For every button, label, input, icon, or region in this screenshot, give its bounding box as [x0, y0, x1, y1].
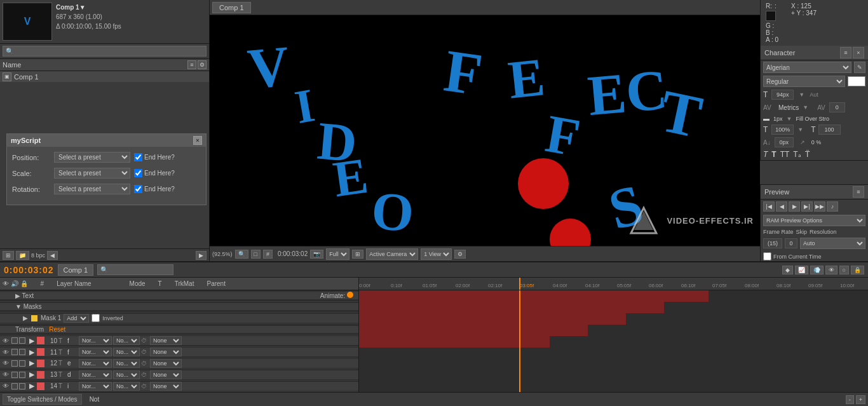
v-scale-input[interactable]: [771, 125, 794, 135]
layer-13-trkmat-select[interactable]: No...: [113, 370, 140, 379]
left-next-btn[interactable]: ▶: [196, 251, 207, 260]
tl-lock-btn[interactable]: 🔒: [851, 266, 864, 274]
layer-12-expand-icon[interactable]: ▶: [29, 359, 34, 367]
baseline-input[interactable]: [775, 137, 794, 147]
layer-11-mode-select[interactable]: Nor...: [79, 348, 112, 356]
ram-preview-btn[interactable]: ▶▶: [814, 201, 825, 212]
font-family-select[interactable]: Algerian: [763, 62, 851, 73]
tl-shy-btn[interactable]: 👁: [825, 266, 837, 274]
rotation-preset-select[interactable]: Select a preset: [54, 184, 130, 194]
layer-13-expand-icon[interactable]: ▶: [29, 370, 34, 379]
layer-10-audio-checkbox[interactable]: [11, 337, 18, 344]
italic-btn[interactable]: T: [763, 150, 768, 159]
reset-label[interactable]: Reset: [49, 326, 65, 333]
font-eyedropper-btn[interactable]: ✎: [854, 62, 865, 73]
play-btn[interactable]: ▶: [789, 201, 800, 212]
layer-12-lock-checkbox[interactable]: [19, 360, 25, 367]
layer-14-audio-checkbox[interactable]: [11, 383, 18, 389]
resolution-select[interactable]: Auto: [800, 238, 865, 249]
layer-14-parent-select[interactable]: None: [150, 382, 182, 391]
h-scale-input[interactable]: [818, 125, 841, 135]
tl-zoom-in-btn[interactable]: +: [856, 395, 865, 404]
render-options-btn[interactable]: ⚙: [454, 250, 466, 259]
layer-13-lock-checkbox[interactable]: [19, 372, 25, 378]
scale-preset-select[interactable]: Select a preset: [54, 168, 130, 179]
view-options-btn[interactable]: ⊞: [352, 250, 363, 259]
tl-zoom-out-btn[interactable]: -: [846, 395, 854, 404]
bold-btn[interactable]: T: [771, 150, 776, 159]
layer-14-lock-checkbox[interactable]: [19, 383, 25, 389]
camera-icon[interactable]: 📷: [310, 250, 323, 259]
audio-btn[interactable]: ♪: [827, 201, 838, 212]
panel-settings-btn[interactable]: ⚙: [198, 60, 207, 69]
sub-btn[interactable]: Tₐ: [793, 150, 801, 159]
layer-10-trkmat-select[interactable]: No...: [113, 336, 140, 345]
preview-menu-btn[interactable]: ≡: [853, 186, 864, 198]
layer-11-audio-checkbox[interactable]: [11, 349, 18, 355]
toggle-switches-btn[interactable]: Toggle Switches / Modes: [3, 394, 82, 405]
ram-preview-dropdown[interactable]: RAM Preview Options: [763, 215, 865, 226]
layer-10-eye-icon[interactable]: 👁: [1, 337, 10, 344]
rotation-end-here-checkbox[interactable]: [134, 185, 142, 193]
layer-11-lock-checkbox[interactable]: [19, 349, 25, 355]
sup-btn[interactable]: T̈: [805, 150, 810, 159]
timeline-search-input[interactable]: [97, 264, 173, 275]
layer-14-expand-icon[interactable]: ▶: [29, 382, 34, 390]
layer-11-eye-icon[interactable]: 👁: [1, 349, 10, 356]
left-prev-btn[interactable]: ◀: [47, 251, 58, 260]
skip-input[interactable]: [785, 238, 797, 248]
mask1-inverted-checkbox[interactable]: [92, 314, 100, 322]
timeline-comp-tab[interactable]: Comp 1: [58, 264, 94, 276]
tt-btn[interactable]: TT: [780, 150, 790, 159]
tracking-input[interactable]: [829, 102, 845, 112]
quality-dropdown[interactable]: Full: [326, 248, 349, 260]
from-current-checkbox[interactable]: [763, 252, 771, 261]
layer-13-eye-icon[interactable]: 👁: [1, 371, 10, 378]
layer-11-expand-icon[interactable]: ▶: [29, 348, 34, 356]
view-count-dropdown[interactable]: 1 View: [421, 248, 452, 260]
layer-10-mode-select[interactable]: Nor...: [79, 336, 112, 345]
new-comp-btn[interactable]: ⊞: [3, 251, 14, 260]
layer-10-expand-icon[interactable]: ▶: [29, 337, 34, 345]
prev-frame-start-btn[interactable]: |◀: [763, 201, 775, 212]
position-preset-select[interactable]: Select a preset: [54, 152, 130, 163]
layer-12-audio-checkbox[interactable]: [11, 360, 18, 367]
region-btn[interactable]: □: [251, 250, 261, 259]
layer-13-mode-select[interactable]: Nor...: [79, 370, 112, 379]
font-style-select[interactable]: Regular: [763, 76, 845, 87]
char-color-swatch[interactable]: [848, 76, 865, 86]
layer-12-trkmat-select[interactable]: No...: [113, 359, 140, 368]
panel-expand-btn[interactable]: ≡: [187, 60, 196, 69]
camera-view-dropdown[interactable]: Active Camera: [366, 248, 418, 260]
layer-12-parent-select[interactable]: None: [150, 359, 182, 368]
grid-btn[interactable]: #: [263, 250, 273, 259]
layer-10-lock-checkbox[interactable]: [19, 337, 25, 344]
comp-tab[interactable]: Comp 1: [212, 2, 251, 13]
new-folder-btn[interactable]: 📁: [16, 251, 29, 260]
layer-13-parent-select[interactable]: None: [150, 370, 182, 379]
layer-14-mode-select[interactable]: Nor...: [79, 382, 112, 391]
layer-13-audio-checkbox[interactable]: [11, 372, 18, 378]
layer-12-eye-icon[interactable]: 👁: [1, 360, 10, 367]
layer-14-eye-icon[interactable]: 👁: [1, 382, 10, 389]
layer-11-parent-select[interactable]: None: [150, 348, 182, 356]
char-close-btn[interactable]: ×: [853, 47, 864, 58]
tl-solo-btn[interactable]: ○: [839, 266, 849, 274]
prev-frame-btn[interactable]: ◀: [776, 201, 787, 212]
tl-keyframe-btn[interactable]: ◆: [782, 266, 793, 274]
font-size-input[interactable]: [771, 90, 794, 100]
dialog-close-btn[interactable]: ×: [193, 136, 202, 145]
tl-motion-blur-btn[interactable]: 💨: [810, 266, 824, 274]
layer-14-trkmat-select[interactable]: No...: [113, 382, 140, 391]
mask1-mode-select[interactable]: Add: [64, 314, 89, 323]
char-menu-btn[interactable]: ≡: [840, 47, 851, 58]
layer-12-mode-select[interactable]: Nor...: [79, 359, 112, 368]
fps-input[interactable]: [763, 238, 782, 248]
layer-10-parent-select[interactable]: None: [150, 336, 182, 345]
layer-item-comp1[interactable]: ▣ Comp 1: [0, 71, 209, 83]
scale-end-here-checkbox[interactable]: [134, 169, 142, 177]
layer-11-trkmat-select[interactable]: No...: [113, 348, 140, 356]
project-search-input[interactable]: [3, 46, 207, 57]
next-frame-btn[interactable]: ▶|: [801, 201, 813, 212]
tl-graph-btn[interactable]: 📈: [795, 266, 808, 274]
